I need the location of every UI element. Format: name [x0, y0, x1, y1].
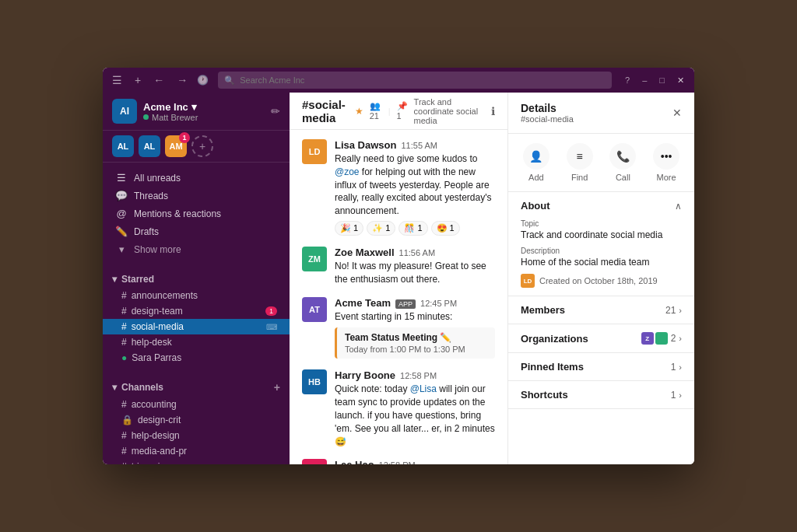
msg-text-1: Really need to give some kudos to @zoe f…	[335, 152, 495, 218]
reaction-party[interactable]: 🎉 1	[335, 221, 363, 236]
nav-mentions[interactable]: @ Mentions & reactions	[103, 205, 290, 222]
msg-name-lisa: Lisa Dawson	[335, 139, 396, 151]
reaction-heart-eyes[interactable]: 😍 1	[431, 221, 460, 236]
channel-announcements[interactable]: # announcements	[103, 288, 290, 303]
channel-design-team[interactable]: # design-team 1	[103, 303, 290, 319]
channel-design-crit[interactable]: 🔒 design-crit	[103, 412, 290, 428]
shortcuts-row-right: 1 ›	[671, 390, 682, 401]
topic-label: Topic	[521, 219, 682, 228]
nav-threads[interactable]: 💬 Threads	[103, 187, 290, 205]
details-title: Details	[521, 102, 574, 114]
dm-sara-parras[interactable]: ● Sara Parras	[103, 350, 290, 366]
message-header-5: Lee Hao 12:58 PM	[335, 459, 495, 464]
star-icon[interactable]: ★	[355, 106, 363, 117]
avatar-zoe-maxwell: ZM	[302, 247, 327, 271]
close-details-button[interactable]: ✕	[672, 107, 682, 119]
channel-accounting[interactable]: # accounting	[103, 397, 290, 412]
more-action-button[interactable]: ••• More	[653, 143, 679, 182]
find-action-icon: ≡	[567, 143, 593, 170]
members-title: Members	[521, 304, 565, 316]
workspace-name[interactable]: Acme Inc ▾	[143, 101, 265, 113]
app-body: AI Acme Inc ▾ Matt Brewer ✏ AL AL A	[103, 93, 694, 464]
reaction-sparkle[interactable]: ✨ 1	[367, 221, 395, 236]
mentions-icon: @	[115, 208, 128, 219]
menu-button[interactable]: ☰	[109, 72, 125, 88]
add-action-button[interactable]: 👤 Add	[523, 143, 549, 182]
event-card[interactable]: Team Status Meeting ✏️ Today from 1:00 P…	[335, 327, 495, 359]
channel-help-desk[interactable]: # help-desk	[103, 334, 290, 350]
members-row[interactable]: Members 21 ›	[508, 296, 694, 324]
shortcuts-row[interactable]: Shortcuts 1 ›	[508, 381, 694, 409]
details-title-wrap: Details #social-media	[521, 102, 574, 124]
pinned-items-row-left: Pinned Items	[521, 361, 584, 373]
user-avatar-am[interactable]: AM 1	[165, 135, 187, 157]
organizations-row[interactable]: Organizations Z 2 ›	[508, 324, 694, 353]
add-workspace-button[interactable]: +	[191, 135, 213, 157]
msg-name-acme: Acme Team	[335, 297, 391, 309]
status-dot	[143, 114, 149, 120]
avatar-harry-boone: HB	[302, 369, 327, 394]
msg-text-2: No! It was my pleasure! Great to see the…	[335, 260, 495, 286]
help-button[interactable]: ?	[621, 74, 634, 86]
reaction-confetti[interactable]: 🎊 1	[398, 221, 427, 236]
app-window: ☰ + ← → 🕐 🔍 ? – □ ✕ AI Acme Inc	[103, 68, 694, 464]
channel-help-design[interactable]: # help-design	[103, 428, 290, 443]
shortcuts-chevron: ›	[679, 390, 682, 400]
starred-header[interactable]: ▾ Starred	[103, 271, 290, 288]
user-avatars-row: AL AL AM 1 +	[103, 131, 290, 163]
workspace-header: AI Acme Inc ▾ Matt Brewer ✏	[103, 93, 290, 131]
message-content-5: Lee Hao 12:58 PM Meeting notes from our …	[335, 459, 495, 464]
avatar-lisa-dawson: LD	[302, 139, 327, 164]
add-button[interactable]: +	[132, 72, 144, 88]
event-time: Today from 1:00 PM to 1:30 PM	[345, 345, 487, 354]
chat-area: #social-media ★ 👥 21 | 📌 1 Track and coo…	[290, 93, 507, 464]
maximize-button[interactable]: □	[655, 74, 669, 86]
call-action-button[interactable]: 📞 Call	[609, 143, 636, 182]
header-meta: 👥 21 | 📌 1 Track and coordinate social m…	[370, 97, 485, 125]
channel-social-media[interactable]: # social-media ⌨	[103, 319, 290, 334]
nav-drafts[interactable]: ✏️ Drafts	[103, 222, 290, 240]
message-header-1: Lisa Dawson 11:55 AM	[335, 139, 495, 151]
channels-header[interactable]: ▾ Channels +	[103, 378, 290, 397]
find-action-button[interactable]: ≡ Find	[567, 143, 593, 182]
organizations-row-left: Organizations	[521, 333, 588, 345]
nav-forward[interactable]: →	[174, 72, 191, 88]
minimize-button[interactable]: –	[638, 74, 651, 86]
channel-triage-issues[interactable]: # triage-issues	[103, 459, 290, 464]
pinned-items-row[interactable]: Pinned Items 1 ›	[508, 353, 694, 381]
members-count: 21	[665, 305, 676, 316]
about-toggle[interactable]: About ∧	[508, 192, 694, 219]
call-action-label: Call	[616, 173, 630, 182]
about-chevron: ∧	[675, 201, 682, 212]
channels-chevron: ▾	[112, 382, 117, 393]
search-bar[interactable]: 🔍	[218, 72, 612, 89]
nav-all-unreads[interactable]: ☰ All unreads	[103, 169, 290, 187]
details-panel: Details #social-media ✕ 👤 Add ≡ Find 📞 C…	[507, 93, 694, 464]
message-4: HB Harry Boone 12:58 PM Quick note: toda…	[302, 369, 495, 448]
add-channel-icon[interactable]: +	[274, 381, 280, 394]
event-title: Team Status Meeting ✏️	[345, 332, 487, 343]
channel-media-and-pr[interactable]: # media-and-pr	[103, 443, 290, 459]
nav-back[interactable]: ←	[150, 72, 167, 88]
add-action-label: Add	[528, 173, 544, 182]
shortcuts-row-left: Shortcuts	[521, 389, 568, 401]
nav-show-more[interactable]: ▾ Show more	[103, 240, 290, 258]
search-input[interactable]	[240, 75, 606, 85]
close-button[interactable]: ✕	[673, 74, 688, 87]
description-label: Description	[521, 247, 682, 255]
history-button[interactable]: 🕐	[197, 75, 209, 86]
find-action-label: Find	[571, 173, 588, 182]
members-row-right: 21 ›	[665, 305, 682, 316]
edit-button[interactable]: ✏	[271, 105, 280, 117]
design-team-badge: 1	[265, 306, 277, 316]
info-icon[interactable]: ℹ	[491, 105, 495, 117]
message-content-4: Harry Boone 12:58 PM Quick note: today @…	[335, 369, 495, 448]
message-content-2: Zoe Maxwell 11:56 AM No! It was my pleas…	[335, 247, 495, 286]
workspace-avatar: AI	[112, 99, 137, 124]
user-avatar-al2[interactable]: AL	[139, 135, 160, 157]
message-header-2: Zoe Maxwell 11:56 AM	[335, 247, 495, 258]
details-header: Details #social-media ✕	[508, 93, 694, 134]
user-avatar-al[interactable]: AL	[112, 135, 134, 157]
reactions-1: 🎉 1 ✨ 1 🎊 1 😍 1	[335, 221, 495, 236]
created-text: Created on October 18th, 2019	[539, 276, 658, 285]
